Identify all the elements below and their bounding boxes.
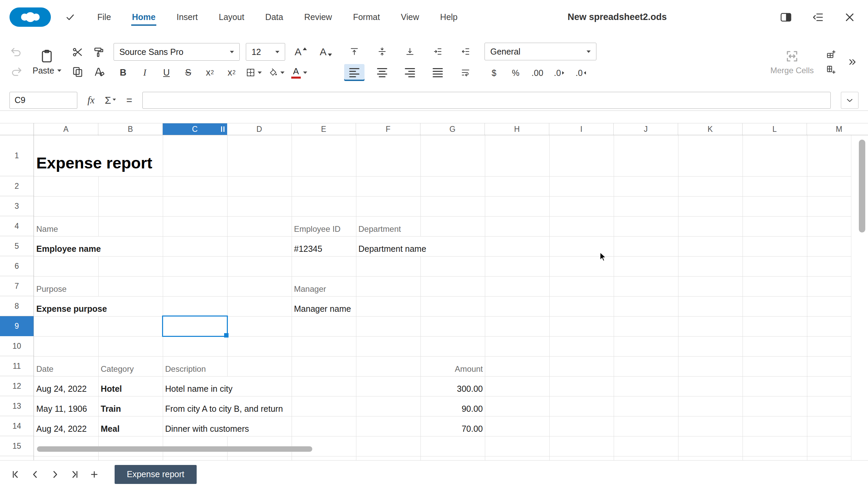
row-header-15[interactable]: 15	[0, 436, 34, 456]
row-header-13[interactable]: 13	[0, 396, 34, 416]
paste-button[interactable]: Paste	[33, 49, 61, 76]
decrease-indent-icon[interactable]	[455, 43, 476, 60]
cell-a7[interactable]: Purpose	[34, 277, 68, 296]
horizontal-scrollbar[interactable]	[37, 446, 312, 452]
cell-b13[interactable]: Train	[99, 396, 123, 416]
menu-item-layout[interactable]: Layout	[208, 0, 255, 34]
sidebar-toggle-icon[interactable]	[780, 11, 792, 23]
last-sheet-icon[interactable]	[67, 467, 82, 482]
cell-a1[interactable]: Expense report	[34, 136, 154, 176]
previous-sheet-icon[interactable]	[28, 467, 43, 482]
column-header-g[interactable]: G	[420, 123, 485, 135]
cell-e7[interactable]: Manager	[292, 277, 328, 296]
vertical-scrollbar[interactable]	[859, 140, 865, 232]
column-header-l[interactable]: L	[743, 123, 807, 135]
menu-item-view[interactable]: View	[390, 0, 430, 34]
cell-reference-box[interactable]: C9	[9, 92, 77, 109]
cell-f4[interactable]: Department	[356, 217, 403, 236]
font-size-select[interactable]: 12	[246, 43, 285, 61]
percent-format-button[interactable]: %	[506, 64, 525, 81]
cell-a8[interactable]: Expense purpose	[34, 297, 109, 316]
row-header-5[interactable]: 5	[0, 236, 34, 256]
row-header-3[interactable]: 3	[0, 196, 34, 216]
select-all-corner[interactable]	[0, 123, 34, 135]
formula-expand-button[interactable]	[841, 92, 859, 109]
cell-a13[interactable]: May 11, 1906	[34, 396, 89, 416]
cell-e4[interactable]: Employee ID	[292, 217, 342, 236]
delete-decimal-button[interactable]: .0	[571, 64, 590, 81]
background-color-button[interactable]	[267, 68, 287, 77]
justify-button[interactable]	[428, 64, 448, 81]
column-header-e[interactable]: E	[292, 123, 356, 135]
equals-icon[interactable]: =	[126, 95, 132, 106]
cell-e5[interactable]: #12345	[292, 237, 324, 256]
selection-fill-handle[interactable]	[224, 333, 229, 338]
add-sheet-icon[interactable]	[87, 467, 102, 482]
column-header-j[interactable]: J	[614, 123, 678, 135]
cell-g14[interactable]: 70.00	[421, 416, 485, 436]
superscript-button[interactable]: x2	[222, 64, 241, 81]
row-header-4[interactable]: 4	[0, 216, 34, 236]
column-header-k[interactable]: K	[678, 123, 743, 135]
menubar-toggle-icon[interactable]	[812, 11, 824, 23]
font-color-button[interactable]: A	[289, 67, 309, 79]
italic-button[interactable]: I	[135, 64, 154, 81]
row-header-14[interactable]: 14	[0, 416, 34, 436]
align-top-icon[interactable]	[344, 43, 364, 60]
insert-column-icon[interactable]	[826, 65, 836, 75]
nextcloud-logo[interactable]	[9, 7, 51, 27]
row-header-7[interactable]: 7	[0, 276, 34, 296]
add-decimal-button[interactable]: .0	[550, 64, 569, 81]
align-left-button[interactable]	[344, 64, 364, 81]
cell-b14[interactable]: Meal	[99, 416, 122, 436]
cell-e8[interactable]: Manager name	[292, 297, 353, 316]
align-right-button[interactable]	[400, 64, 420, 81]
copy-icon[interactable]	[72, 66, 84, 78]
wrap-text-button[interactable]	[455, 64, 476, 81]
cell-c14[interactable]: Dinner with customers	[163, 416, 251, 436]
column-header-f[interactable]: F	[356, 123, 420, 135]
undo-icon[interactable]	[10, 46, 22, 58]
column-header-i[interactable]: I	[549, 123, 614, 135]
menu-item-file[interactable]: File	[87, 0, 121, 34]
row-header-1[interactable]: 1	[0, 135, 34, 176]
center-vertically-icon[interactable]	[372, 43, 392, 60]
increase-indent-icon[interactable]	[428, 43, 448, 60]
cell-a11[interactable]: Date	[34, 357, 56, 376]
column-header-c[interactable]: C	[163, 123, 227, 135]
merge-cells-button[interactable]: Merge Cells	[770, 49, 814, 75]
row-header-16[interactable]: 16	[0, 456, 34, 460]
clone-format-icon[interactable]	[93, 46, 105, 58]
cell-layer[interactable]: Expense reportNameEmployee IDDepartmentE…	[34, 135, 868, 460]
row-header-8[interactable]: 8	[0, 296, 34, 316]
redo-icon[interactable]	[10, 66, 22, 78]
cell-c11[interactable]: Description	[163, 357, 208, 376]
sheet-tab[interactable]: Expense report	[115, 465, 197, 484]
subscript-button[interactable]: x2	[200, 64, 219, 81]
row-header-6[interactable]: 6	[0, 256, 34, 276]
column-header-m[interactable]: M	[807, 123, 868, 135]
column-header-b[interactable]: B	[98, 123, 163, 135]
first-sheet-icon[interactable]	[8, 467, 23, 482]
cell-a14[interactable]: Aug 24, 2022	[34, 416, 89, 436]
cut-icon[interactable]	[72, 46, 84, 58]
menu-item-format[interactable]: Format	[342, 0, 390, 34]
font-name-select[interactable]: Source Sans Pro	[114, 43, 240, 61]
column-header-d[interactable]: D	[227, 123, 292, 135]
formula-input[interactable]	[142, 92, 831, 109]
bold-button[interactable]: B	[114, 64, 133, 81]
align-center-button[interactable]	[372, 64, 392, 81]
menu-item-data[interactable]: Data	[255, 0, 294, 34]
column-header-a[interactable]: A	[34, 123, 98, 135]
cell-g13[interactable]: 90.00	[421, 396, 485, 416]
row-header-12[interactable]: 12	[0, 376, 34, 396]
decimal-format-button[interactable]: .00	[528, 64, 547, 81]
cell-a5[interactable]: Employee name	[34, 237, 103, 256]
cell-f5[interactable]: Department name	[356, 237, 428, 256]
shrink-font-button[interactable]: A	[316, 43, 335, 60]
column-header-h[interactable]: H	[485, 123, 549, 135]
cell-b12[interactable]: Hotel	[99, 377, 124, 396]
cell-g12[interactable]: 300.00	[421, 377, 485, 396]
menu-item-review[interactable]: Review	[294, 0, 342, 34]
menu-item-insert[interactable]: Insert	[166, 0, 209, 34]
